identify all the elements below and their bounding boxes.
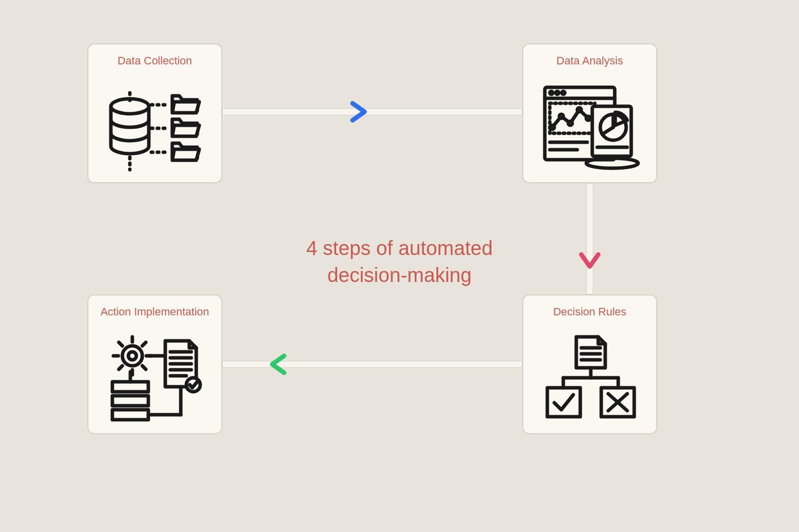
svg-point-12 [550, 125, 554, 129]
svg-point-14 [568, 121, 572, 125]
svg-point-9 [556, 91, 559, 94]
arrow-2-icon [575, 215, 604, 274]
step-card-data-collection: Data Collection [87, 43, 222, 183]
svg-rect-32 [547, 388, 580, 417]
svg-point-16 [586, 116, 590, 120]
step-card-decision-rules: Decision Rules [522, 294, 657, 434]
arrow-1-icon [310, 97, 375, 126]
step-label: Data Analysis [556, 54, 623, 67]
svg-line-44 [119, 366, 122, 369]
svg-rect-48 [112, 410, 148, 420]
step-card-action-implementation: Action Implementation [87, 294, 222, 434]
action-implementation-icon [102, 325, 207, 433]
svg-point-13 [559, 114, 563, 118]
svg-point-10 [562, 91, 565, 94]
title-line-1: 4 steps of automated [306, 237, 493, 259]
svg-point-24 [586, 158, 638, 168]
svg-rect-47 [112, 396, 148, 406]
diagram-title: 4 steps of automated decision-making [260, 235, 539, 288]
svg-point-15 [577, 108, 581, 112]
step-card-data-analysis: Data Analysis [522, 43, 657, 183]
step-label: Action Implementation [100, 305, 209, 318]
svg-point-8 [550, 91, 553, 94]
svg-point-37 [128, 352, 136, 360]
data-collection-icon [102, 74, 207, 182]
step-label: Data Collection [117, 54, 192, 67]
data-analysis-icon [537, 74, 642, 182]
svg-line-42 [119, 342, 122, 346]
svg-line-43 [142, 342, 146, 346]
title-line-2: decision-making [327, 264, 471, 286]
svg-line-45 [142, 366, 146, 369]
decision-rules-icon [537, 325, 642, 433]
step-label: Decision Rules [553, 305, 627, 318]
svg-point-36 [122, 346, 142, 366]
arrow-3-icon [262, 350, 327, 379]
